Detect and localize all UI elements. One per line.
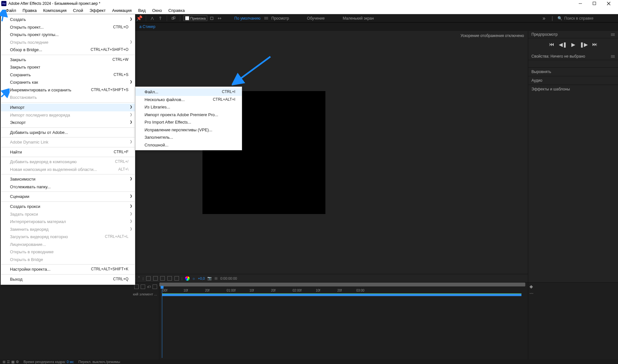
file-menu-item[interactable]: СохранитьCTRL+S [1, 71, 135, 79]
file-menu-item[interactable]: Зависимости❯ [1, 175, 135, 183]
puppet-icon[interactable] [157, 15, 164, 22]
file-menu-item[interactable]: НайтиCTRL+F [1, 148, 135, 156]
search-icon: 🔍 [557, 16, 562, 21]
preview-panel-header[interactable]: Предпросмотр [528, 31, 618, 38]
status-icon-4[interactable]: ⚙ [16, 360, 19, 364]
import-menu-item[interactable]: Исправление перспективы (VPE)... [136, 126, 242, 134]
import-menu-item[interactable]: Сплошной... [136, 141, 242, 149]
timeline-tracks[interactable]: :00f 10f 20f 01:00f 10f 20f 02:00f 10f 2… [159, 283, 528, 359]
menu-help[interactable]: Справка [165, 7, 188, 14]
link-review[interactable]: Просмотр [269, 16, 292, 21]
link-smallscreen[interactable]: Маленький экран [340, 16, 377, 21]
footer-dropdown-icon[interactable]: ˅ [138, 276, 140, 280]
import-submenu-dropdown: Файл...CTRL+IНесколько файлов...CTRL+ALT… [135, 87, 242, 150]
menu-composition[interactable]: Композиция [40, 7, 70, 14]
roto-icon[interactable] [149, 15, 156, 22]
import-menu-item[interactable]: Pro Import After Effects... [136, 118, 242, 126]
timeline-ruler[interactable]: :00f 10f 20f 01:00f 10f 20f 02:00f 10f 2… [159, 287, 528, 294]
status-icon-3[interactable]: ▦ [11, 360, 14, 364]
marker-icon[interactable]: ◆ [528, 283, 618, 290]
last-frame-button[interactable]: ⏭ [592, 42, 597, 48]
menu-view[interactable]: Вид [135, 7, 149, 14]
menu-edit[interactable]: Правка [19, 7, 40, 14]
first-frame-button[interactable]: ⏮ [549, 42, 554, 48]
audio-panel-header[interactable]: Аудио [528, 76, 618, 85]
fx-icon[interactable] [141, 285, 145, 289]
workspace-menu-icon[interactable] [264, 17, 268, 19]
file-menu-item[interactable]: ЗакрытьCTRL+W [1, 56, 135, 64]
shy-icon[interactable] [134, 285, 139, 289]
prev-frame-button[interactable]: ◀❚ [559, 42, 567, 48]
file-menu-item[interactable]: Закрыть проект [1, 63, 135, 71]
play-button[interactable]: ▶ [571, 42, 575, 48]
next-frame-button[interactable]: ❚▶ [580, 42, 588, 48]
file-menu-item[interactable]: Добавить шрифты от Adobe... [1, 129, 135, 136]
properties-panel-header[interactable]: Свойства: Ничего не выбрано [528, 53, 618, 60]
status-icon-1[interactable]: ⊞ [3, 360, 5, 364]
menu-file[interactable]: Файл [3, 7, 19, 14]
menu-animation[interactable]: Анимация [109, 7, 135, 14]
minimize-button[interactable] [578, 1, 583, 6]
file-menu-item[interactable]: Настройки проекта...CTRL+ALT+SHIFT+K [1, 266, 135, 273]
align-panel-header[interactable]: Выровнять [528, 67, 618, 76]
snap-opt2-icon[interactable] [216, 15, 223, 22]
toggle-switches-label[interactable]: Перекл. выключ./режимы [78, 360, 120, 364]
clone-icon[interactable] [170, 15, 177, 22]
svg-rect-8 [211, 17, 213, 20]
overflow-icon[interactable]: » [541, 15, 547, 22]
file-menu-item[interactable]: Экспорт❯ [1, 119, 135, 126]
file-menu-item: Добавить видеоряд в композициюCTRL+/ [1, 158, 135, 166]
footer-time[interactable]: 0:00:00:00 [220, 276, 237, 280]
import-menu-item[interactable]: Импорт проекта Adobe Premiere Pro... [136, 111, 242, 119]
link-learn[interactable]: Обучение [304, 16, 327, 21]
file-menu-item[interactable]: Открыть проект группы... [1, 31, 135, 39]
layer-track[interactable] [162, 294, 521, 296]
file-menu-item[interactable]: Инкрементировать и сохранитьCTRL+ALT+SHI… [1, 86, 135, 94]
switches-icon[interactable] [153, 285, 157, 289]
playhead[interactable] [162, 287, 162, 358]
pin-icon[interactable]: 📌 [136, 15, 143, 22]
effects-panel-header[interactable]: Эффекты и шаблоны [528, 85, 618, 93]
channels-icon[interactable] [174, 276, 179, 281]
preview-menu-icon[interactable] [611, 33, 615, 36]
status-icon-2[interactable]: ☰ [7, 360, 10, 364]
camera-icon[interactable]: 📷 [207, 276, 212, 280]
transparency-icon[interactable] [160, 276, 165, 281]
3d-icon[interactable] [167, 276, 172, 281]
snap-opt1-icon[interactable] [209, 15, 215, 22]
file-menu-item[interactable]: Обзор в Bridge...CTRL+ALT+SHIFT+O [1, 46, 135, 54]
menu-effect[interactable]: Эффект [86, 7, 109, 14]
workspace-label[interactable]: По умолчанию [232, 16, 263, 21]
import-menu-item[interactable]: Файл...CTRL+I [136, 88, 242, 96]
close-button[interactable] [606, 1, 611, 6]
search-placeholder: Поиск в справке [564, 16, 594, 21]
tab-sticker[interactable]: а Стикер [136, 24, 159, 30]
file-menu-item[interactable]: Импорт❯ [1, 104, 135, 111]
tag-icon[interactable]: 🏷 [147, 285, 151, 289]
maximize-button[interactable] [592, 1, 597, 6]
svg-point-4 [160, 17, 161, 18]
file-menu-item[interactable]: ВыходCTRL+Q [1, 275, 135, 283]
grid-icon[interactable] [146, 276, 151, 281]
work-area-bar[interactable] [159, 283, 525, 286]
exposure-value[interactable]: +0,0 [198, 276, 205, 280]
exposure-icon[interactable]: ☼ [192, 276, 195, 280]
file-menu-item[interactable]: Сохранить как❯ [1, 79, 135, 86]
file-menu-item[interactable]: Открыть проект...CTRL+O [1, 23, 135, 31]
import-menu-item[interactable]: Заполнитель... [136, 134, 242, 141]
menu-window[interactable]: Окно [149, 7, 165, 14]
help-search[interactable]: 🔍 Поиск в справке [557, 16, 615, 21]
color-icon[interactable] [185, 276, 190, 281]
file-menu-item[interactable]: Создать прокси❯ [1, 203, 135, 210]
mask-icon[interactable] [153, 276, 158, 281]
properties-menu-icon[interactable] [611, 55, 615, 58]
snap-toggle[interactable]: Привязка [183, 15, 207, 21]
import-menu-item[interactable]: Несколько файлов...CTRL+ALT+I [136, 96, 242, 104]
menu-layer[interactable]: Слой [70, 7, 87, 14]
time-icon[interactable]: ▦ [214, 276, 218, 280]
file-menu-item[interactable]: Создать❯ [1, 16, 135, 23]
graph-icon[interactable]: 〰 [528, 290, 618, 297]
file-menu-item[interactable]: Отслеживать папку... [1, 183, 135, 191]
file-menu-item[interactable]: Сценарии❯ [1, 193, 135, 201]
import-menu-item[interactable]: Из Libraries... [136, 103, 242, 111]
